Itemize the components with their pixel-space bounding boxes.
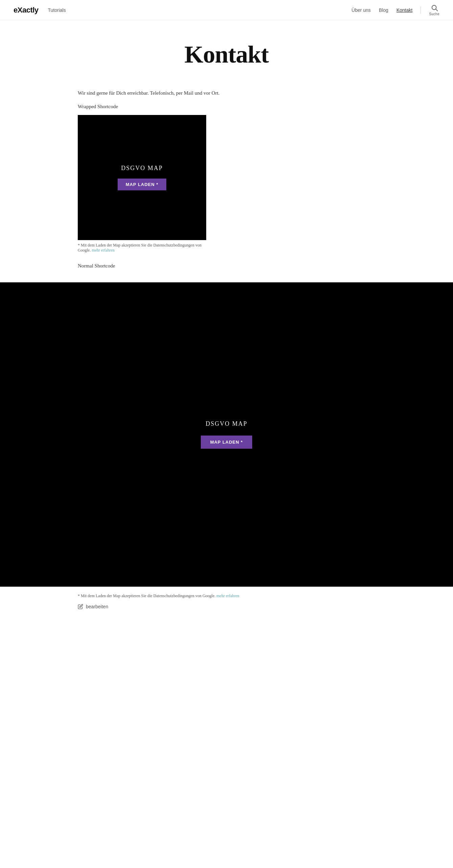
wrapped-map-container: DSGVO MAP MAP LADEN * bbox=[78, 115, 206, 240]
wrapped-map-box: DSGVO MAP MAP LADEN * bbox=[78, 115, 206, 240]
nav-ueber-uns[interactable]: Über uns bbox=[352, 7, 371, 13]
svg-point-0 bbox=[432, 5, 436, 10]
edit-icon bbox=[78, 604, 83, 609]
nav-tutorials[interactable]: Tutorials bbox=[48, 7, 66, 13]
edit-label: bearbeiten bbox=[86, 604, 108, 609]
wrapped-more-link[interactable]: mehr erfahren bbox=[92, 248, 115, 253]
wrapped-shortcode-label: Wrapped Shortcode bbox=[78, 104, 375, 110]
search-icon bbox=[431, 4, 438, 11]
header-right: Über uns Blog Kontakt Suche bbox=[352, 4, 439, 16]
footer-disclaimer: * Mit dem Laden der Map akzeptieren Sie … bbox=[78, 593, 375, 599]
header-divider bbox=[421, 6, 421, 14]
edit-link[interactable]: bearbeiten bbox=[78, 604, 375, 609]
svg-line-1 bbox=[436, 9, 437, 11]
search-button[interactable]: Suche bbox=[429, 4, 439, 16]
nav-blog[interactable]: Blog bbox=[379, 7, 388, 13]
wrapped-map-title: DSGVO MAP bbox=[121, 165, 163, 172]
footer-more-link[interactable]: mehr erfahren bbox=[216, 593, 239, 598]
main-content: Kontakt Wir sind gerne für Dich erreichb… bbox=[64, 20, 389, 282]
wrapped-map-load-button[interactable]: MAP LADEN * bbox=[118, 179, 167, 190]
full-map-load-button[interactable]: MAP LADEN * bbox=[201, 436, 253, 449]
normal-shortcode-label: Normal Shortcode bbox=[78, 263, 375, 269]
header-left: eXactly Tutorials bbox=[14, 6, 66, 15]
intro-text: Wir sind gerne für Dich erreichbar. Tele… bbox=[78, 89, 375, 97]
footer-area: * Mit dem Laden der Map akzeptieren Sie … bbox=[64, 587, 389, 619]
page-title: Kontakt bbox=[78, 41, 375, 69]
wrapped-map-disclaimer: * Mit dem Laden der Map akzeptieren Sie … bbox=[78, 243, 206, 253]
nav-kontakt[interactable]: Kontakt bbox=[397, 7, 412, 13]
site-logo[interactable]: eXactly bbox=[14, 6, 39, 15]
full-width-map-section: DSGVO MAP MAP LADEN * bbox=[0, 282, 453, 587]
full-map-title: DSGVO MAP bbox=[206, 420, 247, 427]
site-header: eXactly Tutorials Über uns Blog Kontakt … bbox=[0, 0, 453, 20]
search-label: Suche bbox=[429, 12, 439, 16]
